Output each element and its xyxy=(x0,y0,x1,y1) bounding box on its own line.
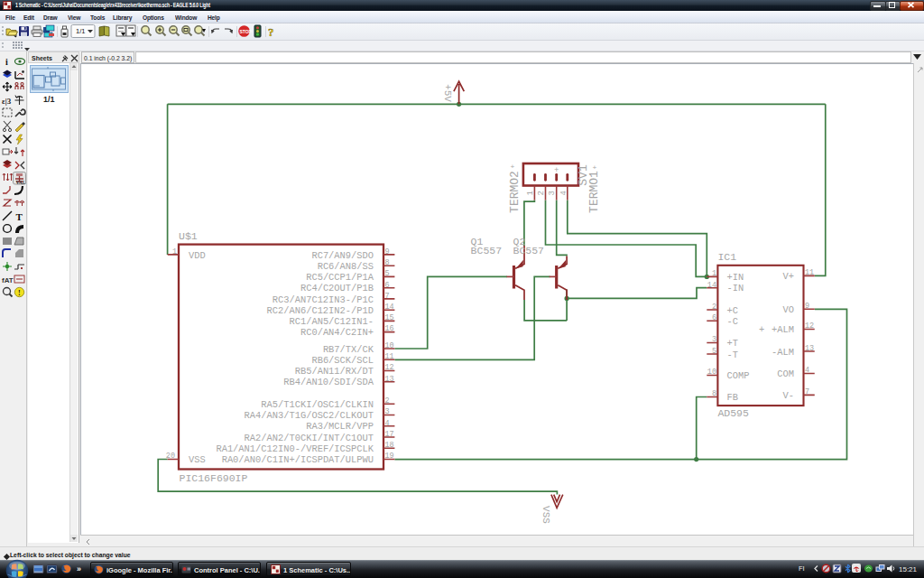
svg-text:RC2/AN6/C12IN2-/P1D: RC2/AN6/C12IN2-/P1D xyxy=(267,305,374,316)
svg-text:7: 7 xyxy=(805,387,809,396)
svg-text:-IN: -IN xyxy=(727,283,744,294)
svg-text:-C: -C xyxy=(727,316,738,327)
svg-text:»: » xyxy=(77,564,81,573)
svg-text:3: 3 xyxy=(712,335,716,344)
svg-text:1/1: 1/1 xyxy=(76,27,85,35)
svg-text:11: 11 xyxy=(385,352,394,361)
svg-text:BC557: BC557 xyxy=(513,245,545,256)
svg-text:RA0/AN0/C1IN+/ICSPDAT/ULPWU: RA0/AN0/C1IN+/ICSPDAT/ULPWU xyxy=(222,454,374,465)
svg-text:U$1: U$1 xyxy=(179,230,198,242)
svg-text:RA3/MCLR/VPP: RA3/MCLR/VPP xyxy=(306,421,374,432)
svg-text:3: 3 xyxy=(549,191,558,195)
svg-text:14: 14 xyxy=(707,281,716,290)
svg-text:TERMO1: TERMO1 xyxy=(587,171,601,213)
svg-text:1: 1 xyxy=(172,247,177,256)
svg-text:13: 13 xyxy=(385,375,394,384)
svg-text:+T: +T xyxy=(727,338,738,349)
svg-text:RB5/AN11/RX/DT: RB5/AN11/RX/DT xyxy=(295,366,374,377)
svg-text:FB: FB xyxy=(727,392,738,403)
svg-text:9: 9 xyxy=(805,302,809,311)
svg-text:4: 4 xyxy=(559,191,568,195)
svg-text:+ALM: +ALM xyxy=(772,324,794,335)
svg-text:VDD: VDD xyxy=(189,250,206,261)
svg-text:19: 19 xyxy=(385,452,394,461)
svg-text:14: 14 xyxy=(385,303,394,312)
svg-text:13: 13 xyxy=(805,344,814,353)
svg-text:+: + xyxy=(554,166,559,175)
svg-text:15: 15 xyxy=(385,313,394,322)
svg-text:2: 2 xyxy=(712,303,716,312)
svg-text:5: 5 xyxy=(385,269,390,278)
svg-text:12: 12 xyxy=(385,363,394,372)
svg-text:+: + xyxy=(511,163,515,171)
svg-text:RC7/AN9/SDO: RC7/AN9/SDO xyxy=(311,250,374,261)
svg-text:T: T xyxy=(16,211,23,222)
svg-text:AD595: AD595 xyxy=(717,407,749,419)
svg-text:RB7/TX/CK: RB7/TX/CK xyxy=(323,344,374,355)
svg-text:+: + xyxy=(593,163,597,172)
svg-text:16: 16 xyxy=(385,324,394,333)
svg-text:4: 4 xyxy=(805,366,809,375)
svg-text:i: i xyxy=(5,57,8,67)
svg-text:VSS: VSS xyxy=(189,454,206,465)
svg-text:+IN: +IN xyxy=(727,272,744,283)
svg-text:17: 17 xyxy=(385,430,394,439)
svg-text:RC3/AN7C12IN3-/P1C: RC3/AN7C12IN3-/P1C xyxy=(273,294,374,305)
svg-text:RC0/AN4/C2IN+: RC0/AN4/C2IN+ xyxy=(300,327,374,338)
svg-text:ε|3: ε|3 xyxy=(2,97,12,106)
svg-text:RC5/CCP1/P1A: RC5/CCP1/P1A xyxy=(306,272,374,283)
svg-text:STOP: STOP xyxy=(239,29,252,34)
svg-text:RA5/T1CKI/OSC1/CLKIN: RA5/T1CKI/OSC1/CLKIN xyxy=(261,399,374,410)
svg-text:COMP: COMP xyxy=(727,370,750,381)
svg-text:V+: V+ xyxy=(783,271,794,282)
svg-text:12: 12 xyxy=(805,322,814,331)
svg-text:FI: FI xyxy=(799,564,805,573)
svg-text:RC1/AN5/C12IN1-: RC1/AN5/C12IN1- xyxy=(289,316,374,327)
svg-text:20: 20 xyxy=(166,452,175,461)
svg-text:1: 1 xyxy=(712,269,716,278)
svg-text:-ALM: -ALM xyxy=(772,347,794,358)
svg-text:RA4/AN3/T1G/OSC2/CLKOUT: RA4/AN3/T1G/OSC2/CLKOUT xyxy=(245,410,374,421)
svg-text:fAT: fAT xyxy=(2,276,14,284)
svg-text:RB6/SCK/SCL: RB6/SCK/SCL xyxy=(311,355,374,366)
svg-text:RA1/AN1/C12IN0-/VREF/ICSPCLK: RA1/AN1/C12IN0-/VREF/ICSPCLK xyxy=(216,443,374,454)
svg-text:1: 1 xyxy=(526,191,535,195)
svg-text:VSS: VSS xyxy=(541,506,551,524)
svg-text:2: 2 xyxy=(537,191,546,195)
svg-text:RC6/AN8/SS: RC6/AN8/SS xyxy=(318,261,374,272)
svg-text:3: 3 xyxy=(385,407,390,416)
svg-text:10: 10 xyxy=(385,341,394,350)
svg-text:BC557: BC557 xyxy=(471,245,503,256)
svg-text:9: 9 xyxy=(385,247,390,256)
svg-text:11: 11 xyxy=(805,268,814,277)
svg-text:IC1: IC1 xyxy=(717,251,736,263)
svg-text:15:21: 15:21 xyxy=(899,565,918,573)
svg-text:8: 8 xyxy=(385,258,390,267)
svg-text:V-: V- xyxy=(783,390,794,401)
svg-text:18: 18 xyxy=(385,441,394,450)
svg-text:-T: -T xyxy=(727,350,738,360)
svg-text:5: 5 xyxy=(712,347,716,356)
svg-text:6: 6 xyxy=(385,281,390,290)
svg-text:RB4/AN10/SDI/SDA: RB4/AN10/SDI/SDA xyxy=(283,377,374,387)
svg-text:COM: COM xyxy=(777,368,794,379)
svg-text:!: ! xyxy=(18,289,21,297)
svg-text:PIC16F690IP: PIC16F690IP xyxy=(180,472,248,484)
svg-text:6: 6 xyxy=(712,313,716,322)
svg-text:TERMO2: TERMO2 xyxy=(508,171,522,213)
svg-text:+: + xyxy=(759,324,764,335)
svg-text:2: 2 xyxy=(385,396,390,406)
svg-text:4: 4 xyxy=(385,419,390,428)
svg-text:VO: VO xyxy=(783,304,794,315)
svg-text:RC4/C2OUT/P1B: RC4/C2OUT/P1B xyxy=(300,283,374,294)
svg-text:7: 7 xyxy=(385,292,390,301)
svg-text:8: 8 xyxy=(712,389,716,398)
svg-text:+C: +C xyxy=(727,305,738,316)
svg-text:VAL: VAL xyxy=(16,180,26,185)
svg-text:?: ? xyxy=(268,25,274,39)
svg-text:+5V: +5V xyxy=(442,84,453,102)
svg-text:RA2/AN2/T0CKI/INT/C1OUT: RA2/AN2/T0CKI/INT/C1OUT xyxy=(245,433,374,443)
svg-text:10: 10 xyxy=(707,368,716,377)
